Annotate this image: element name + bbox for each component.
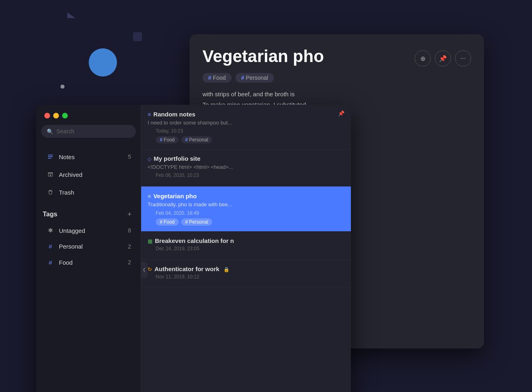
food-tag-icon: #: [46, 259, 55, 266]
attach-button[interactable]: ⊕: [415, 50, 431, 66]
note-tags: # Food # Personal: [148, 218, 344, 226]
notes-label: Notes: [59, 153, 124, 160]
note-date: Feb 04, 2020, 18:49: [148, 210, 344, 216]
more-button[interactable]: ···: [455, 50, 471, 66]
note-date: Dec 24, 2019, 23:05: [148, 246, 344, 251]
main-window: 🔍 Search Notes 5: [36, 105, 351, 392]
window-controls: [36, 105, 141, 125]
minimize-button[interactable]: [53, 113, 59, 118]
search-box[interactable]: 🔍 Search: [41, 125, 136, 138]
untagged-count: 8: [128, 227, 131, 234]
sidebar: 🔍 Search Notes 5: [36, 105, 141, 392]
search-container: 🔍 Search: [36, 125, 141, 144]
close-button[interactable]: [44, 113, 50, 118]
note-preview: I need to order some shampoo but...: [148, 119, 344, 127]
attach-icon: ⊕: [420, 55, 426, 62]
svg-rect-1: [48, 156, 53, 157]
note-item-authenticator[interactable]: ↻ Authenticator for work 🔒 Nov 11, 2019,…: [141, 260, 351, 288]
sidebar-item-archived[interactable]: Archived: [40, 166, 138, 183]
note-type-icon: ◇: [148, 156, 151, 162]
note-title: My portfolio site: [154, 155, 344, 162]
untagged-icon: ✱: [46, 227, 55, 234]
untagged-label: Untagged: [59, 227, 124, 234]
note-item-vegetarian-pho[interactable]: ≡ Vegetarian pho Traditionally, pho is m…: [141, 187, 351, 231]
decorative-circle: [89, 48, 117, 77]
tags-label: Tags: [43, 211, 121, 218]
sidebar-item-trash[interactable]: Trash: [40, 184, 138, 201]
note-tag: # Personal: [181, 218, 212, 226]
pin-button[interactable]: 📌: [435, 50, 451, 66]
pin-icon: 📌: [338, 110, 344, 116]
more-icon: ···: [460, 55, 465, 62]
add-tag-button[interactable]: +: [125, 209, 134, 219]
tag-item-untagged[interactable]: ✱ Untagged 8: [40, 223, 138, 238]
svg-rect-2: [48, 158, 51, 159]
detail-tag-food[interactable]: # Food: [202, 73, 232, 83]
note-date: Today, 10:23: [148, 128, 344, 134]
nav-section: Notes 5 Archived: [36, 144, 141, 205]
personal-count: 2: [128, 243, 131, 250]
detail-actions: ⊕ 📌 ···: [415, 50, 471, 66]
personal-tag-icon: #: [46, 243, 55, 250]
note-type-icon: ≡: [148, 111, 151, 118]
note-title: Breakeven calculation for n: [155, 237, 344, 244]
note-tags: # Food # Personal: [148, 136, 344, 143]
note-type-icon: ▦: [148, 238, 152, 244]
decorative-dot: [61, 85, 65, 89]
food-label: Food: [59, 259, 124, 266]
note-tag: # Personal: [181, 136, 212, 143]
note-tag: # Food: [156, 218, 179, 226]
note-date: Nov 11, 2019, 10:12: [148, 274, 344, 280]
note-title: Authenticator for work 🔒: [154, 265, 344, 272]
trash-icon: [46, 188, 55, 197]
notes-list-panel: ≡ Random notes 📌 I need to order some sh…: [141, 105, 351, 392]
detail-tags-row: # Food # Personal: [190, 73, 484, 89]
note-date: Feb 06, 2020, 10:23: [148, 172, 344, 178]
note-preview: Traditionally, pho is made with bee...: [148, 201, 344, 208]
note-tag: # Food: [156, 136, 179, 143]
trash-label: Trash: [59, 189, 131, 196]
note-title: Random notes: [153, 111, 338, 118]
detail-title: Vegetarian pho: [202, 47, 324, 66]
decorative-rect: [133, 32, 142, 41]
search-icon: 🔍: [47, 129, 53, 135]
decorative-arrow: [67, 12, 75, 18]
lock-icon: 🔒: [223, 267, 229, 272]
collapse-handle[interactable]: [141, 262, 148, 278]
personal-label: Personal: [59, 243, 124, 250]
tag-item-food[interactable]: # Food 2: [40, 255, 138, 270]
tag-item-personal[interactable]: # Personal 2: [40, 239, 138, 253]
note-item-breakeven[interactable]: ▦ Breakeven calculation for n Dec 24, 20…: [141, 232, 351, 260]
maximize-button[interactable]: [62, 113, 68, 118]
detail-tag-personal[interactable]: # Personal: [236, 73, 274, 83]
notes-icon: [46, 152, 55, 161]
archived-label: Archived: [59, 171, 131, 178]
note-item-random-notes[interactable]: ≡ Random notes 📌 I need to order some sh…: [141, 105, 351, 149]
add-icon: +: [127, 210, 132, 219]
note-preview: <!DOCTYPE html> <html> <head>...: [148, 164, 344, 171]
note-title: Vegetarian pho: [153, 193, 344, 199]
svg-rect-0: [48, 155, 53, 156]
search-placeholder: Search: [56, 128, 74, 135]
sidebar-item-notes[interactable]: Notes 5: [40, 148, 138, 165]
note-type-icon: ↻: [148, 266, 152, 272]
notes-count: 5: [128, 153, 131, 160]
food-count: 2: [128, 259, 131, 265]
archived-icon: [46, 170, 55, 179]
note-type-icon: ≡: [148, 193, 151, 199]
note-item-portfolio[interactable]: ◇ My portfolio site <!DOCTYPE html> <htm…: [141, 149, 351, 187]
pin-icon: 📌: [439, 55, 447, 62]
tags-header: Tags +: [36, 205, 141, 222]
